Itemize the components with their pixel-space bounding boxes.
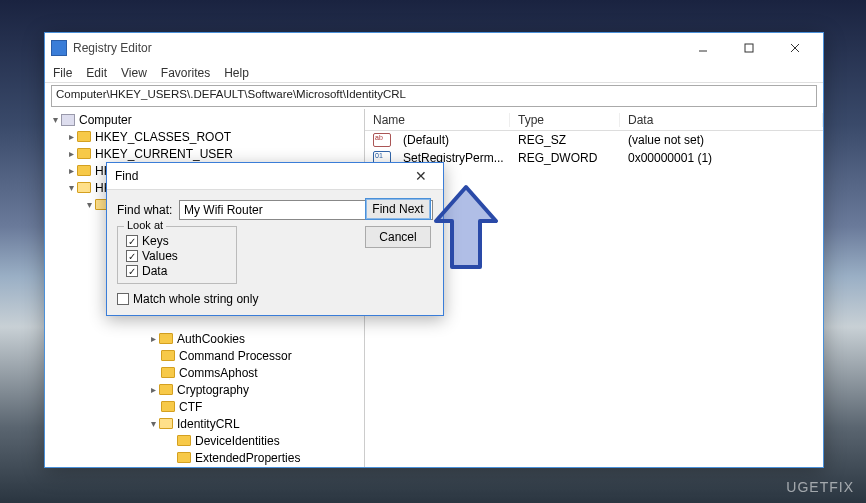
find-what-label: Find what: [117, 203, 179, 217]
folder-icon [161, 350, 175, 361]
folder-icon [161, 401, 175, 412]
watermark: UGETFIX [786, 479, 854, 495]
folder-open-icon [159, 418, 173, 429]
chevron-down-icon[interactable]: ▾ [65, 182, 77, 193]
maximize-button[interactable] [735, 37, 763, 59]
chevron-right-icon[interactable]: ▸ [65, 148, 77, 159]
value-name: (Default) [395, 133, 457, 147]
look-at-label: Look at [124, 219, 166, 231]
regedit-icon [51, 40, 67, 56]
tree-item-label: Command Processor [179, 349, 292, 363]
checkbox-match-whole[interactable] [117, 293, 129, 305]
folder-icon [77, 148, 91, 159]
menu-file[interactable]: File [53, 66, 72, 80]
tree-item-label: IdentityCRL [177, 417, 240, 431]
tree-item-label: DeviceIdentities [195, 434, 280, 448]
menu-edit[interactable]: Edit [86, 66, 107, 80]
menu-view[interactable]: View [121, 66, 147, 80]
folder-icon [159, 333, 173, 344]
titlebar: Registry Editor [45, 33, 823, 63]
folder-icon [161, 367, 175, 378]
tree-item[interactable]: ▸ AuthCookies [47, 330, 362, 347]
tree-root[interactable]: ▾ Computer [47, 111, 362, 128]
chevron-right-icon[interactable]: ▸ [147, 333, 159, 344]
list-row[interactable]: (Default) REG_SZ (value not set) [365, 131, 823, 149]
minimize-button[interactable] [689, 37, 717, 59]
tree-item-label: HKEY_CLASSES_ROOT [95, 130, 231, 144]
close-button[interactable] [781, 37, 809, 59]
checkbox-data[interactable]: ✓ [126, 265, 138, 277]
chevron-right-icon[interactable]: ▸ [65, 165, 77, 176]
tree-item-selected[interactable]: ▾ IdentityCRL [47, 415, 362, 432]
window-controls [689, 37, 817, 59]
tree-item-label: CommsAphost [179, 366, 258, 380]
value-type: REG_SZ [510, 133, 620, 147]
chevron-down-icon[interactable]: ▾ [147, 418, 159, 429]
tree-item-label: CTF [179, 400, 202, 414]
chevron-down-icon[interactable]: ▾ [49, 114, 61, 125]
computer-icon [61, 114, 75, 126]
tree-item[interactable]: Command Processor [47, 347, 362, 364]
svg-rect-1 [745, 44, 753, 52]
find-next-button[interactable]: Find Next [365, 198, 431, 220]
window-title: Registry Editor [73, 41, 152, 55]
tree-item[interactable]: CTF [47, 398, 362, 415]
folder-icon [159, 384, 173, 395]
tree-item[interactable]: ExtendedProperties [47, 449, 362, 466]
folder-icon [177, 435, 191, 446]
tree-item[interactable]: CommsAphost [47, 364, 362, 381]
dialog-title: Find [115, 169, 138, 183]
dialog-titlebar: Find ✕ [107, 163, 443, 190]
tree-item[interactable]: ▸ Cryptography [47, 381, 362, 398]
checkbox-label: Keys [142, 234, 169, 248]
string-value-icon [373, 133, 391, 147]
checkbox-values[interactable]: ✓ [126, 250, 138, 262]
folder-icon [77, 131, 91, 142]
tree-item[interactable]: ▸ HKEY_CURRENT_USER [47, 145, 362, 162]
column-header-name[interactable]: Name [365, 113, 510, 127]
folder-open-icon [77, 182, 91, 193]
value-data: (value not set) [620, 133, 823, 147]
tree-item[interactable]: DeviceIdentities [47, 432, 362, 449]
column-header-type[interactable]: Type [510, 113, 620, 127]
checkbox-label: Data [142, 264, 167, 278]
menu-favorites[interactable]: Favorites [161, 66, 210, 80]
tree-item-label: Cryptography [177, 383, 249, 397]
checkbox-label: Match whole string only [133, 292, 258, 306]
checkbox-label: Values [142, 249, 178, 263]
column-header-data[interactable]: Data [620, 113, 823, 127]
tree-root-label: Computer [79, 113, 132, 127]
menu-help[interactable]: Help [224, 66, 249, 80]
cancel-button[interactable]: Cancel [365, 226, 431, 248]
look-at-group: Look at ✓Keys ✓Values ✓Data [117, 226, 237, 284]
folder-icon [77, 165, 91, 176]
tree-item[interactable]: ▸ Immersive [47, 466, 362, 467]
chevron-right-icon[interactable]: ▸ [65, 131, 77, 142]
tree-item[interactable]: ▸ HKEY_CLASSES_ROOT [47, 128, 362, 145]
tree-item-label: ExtendedProperties [195, 451, 300, 465]
folder-icon [177, 452, 191, 463]
tree-item-label: AuthCookies [177, 332, 245, 346]
value-type: REG_DWORD [510, 151, 620, 165]
checkbox-keys[interactable]: ✓ [126, 235, 138, 247]
address-bar[interactable]: Computer\HKEY_USERS\.DEFAULT\Software\Mi… [51, 85, 817, 107]
chevron-right-icon[interactable]: ▸ [147, 384, 159, 395]
tree-item-label: HKEY_CURRENT_USER [95, 147, 233, 161]
chevron-down-icon[interactable]: ▾ [83, 199, 95, 210]
dialog-close-button[interactable]: ✕ [407, 166, 435, 186]
list-header: Name Type Data [365, 109, 823, 131]
value-data: 0x00000001 (1) [620, 151, 823, 165]
menubar: File Edit View Favorites Help [45, 63, 823, 83]
find-dialog: Find ✕ Find what: Look at ✓Keys ✓Values … [106, 162, 444, 316]
